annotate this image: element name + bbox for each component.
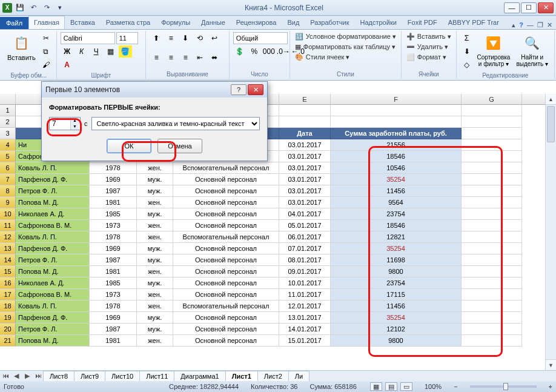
cell[interactable]: 04.01.2017 [279,208,331,220]
cell[interactable]: Основной персонал [173,312,279,324]
currency-icon[interactable]: 💲 [233,45,247,58]
cell[interactable]: 1987 [90,324,137,335]
count-spinner[interactable]: ▲▼ [49,117,81,130]
cell[interactable]: 1978 [90,162,137,174]
cell[interactable]: Коваль Л. П. [16,301,90,312]
cell[interactable] [462,266,522,277]
merge-icon[interactable]: ⬌ [208,51,221,64]
cell[interactable]: 35254 [331,312,462,324]
dialog-titlebar[interactable]: Первые 10 элементов ? ✕ [42,82,267,98]
cell[interactable]: жен. [137,197,173,208]
row-header[interactable]: 10 [0,208,16,220]
clear-icon[interactable]: ◇ [460,59,474,71]
cell[interactable]: 1978 [90,301,137,312]
cell[interactable]: 03.01.2017 [279,185,331,197]
cell[interactable]: Основной персонал [173,254,279,266]
cell[interactable]: 18546 [331,220,462,231]
conditional-formatting-button[interactable]: 🔢Условное форматирование ▾ [294,32,397,41]
vertical-scrollbar[interactable]: ▲ ▼ [545,94,556,370]
cell[interactable]: жен. [137,220,173,231]
ribbon-tab[interactable]: Foxit PDF [402,16,443,29]
cell[interactable]: 03.01.2017 [279,197,331,208]
sheet-nav-last-icon[interactable]: ⏭ [33,372,44,380]
cell[interactable]: Основной персонал [173,277,279,289]
font-size-select[interactable]: 11 [116,32,138,44]
row-header[interactable]: 15 [0,266,16,277]
sheet-nav-next-icon[interactable]: ▶ [22,372,33,380]
cell[interactable]: 1981 [90,197,137,208]
autosum-icon[interactable]: Σ [460,32,474,44]
sheet-tab[interactable]: Диаграмма1 [174,371,225,381]
ribbon-tab[interactable]: Данные [196,16,231,29]
spin-up-icon[interactable]: ▲ [70,118,79,124]
cell[interactable]: Основной персонал [173,185,279,197]
cell[interactable]: Вспомогательный персонал [173,301,279,312]
sheet-tab[interactable]: Ли [288,371,309,381]
cell[interactable] [462,151,522,162]
count-input[interactable] [50,119,70,128]
cell[interactable]: Петров Ф. Л. [16,185,90,197]
bold-button[interactable]: Ж [61,45,74,58]
cell[interactable]: муж. [137,312,173,324]
cell[interactable]: Петров Ф. Л. [16,254,90,266]
cell[interactable]: 03.01.2017 [279,174,331,185]
cell[interactable]: 23754 [331,208,462,220]
cell[interactable]: жен. [137,301,173,312]
workbook-minimize-icon[interactable]: — [527,21,534,29]
sheet-nav-prev-icon[interactable]: ◀ [11,372,22,380]
cell[interactable] [462,128,522,139]
font-color-button[interactable]: A [61,59,74,71]
cell[interactable]: муж. [137,324,173,335]
format-as-table-button[interactable]: ▦Форматировать как таблицу ▾ [294,42,397,51]
cell[interactable] [462,220,522,231]
indent-left-icon[interactable]: ⇤ [193,51,207,64]
zoom-level[interactable]: 100% [425,383,442,390]
cell[interactable]: 12821 [331,231,462,243]
undo-icon[interactable]: ↶ [28,2,39,13]
cell[interactable] [331,105,462,116]
row-header[interactable]: 12 [0,231,16,243]
cell[interactable]: Основной персонал [173,324,279,335]
cell[interactable]: 23754 [331,277,462,289]
cancel-button[interactable]: Отмена [157,139,202,153]
cell[interactable]: Николаев А. Д. [16,277,90,289]
cell[interactable]: 10546 [331,162,462,174]
cell[interactable] [462,243,522,254]
cell[interactable]: муж. [137,277,173,289]
page-layout-view-icon[interactable]: ▤ [385,382,397,391]
cell[interactable]: 1985 [90,277,137,289]
cell[interactable]: 03.01.2017 [279,151,331,162]
scroll-thumb[interactable] [547,106,555,142]
cell[interactable] [462,301,522,312]
cell[interactable] [462,277,522,289]
cell[interactable]: жен. [137,289,173,301]
row-header[interactable]: 1 [0,105,16,116]
cell[interactable]: Парфенов Д. Ф. [16,312,90,324]
row-header[interactable]: 16 [0,277,16,289]
col-header[interactable]: E [279,94,331,104]
row-header[interactable]: 21 [0,335,16,347]
minimize-ribbon-icon[interactable]: ▴ [512,21,515,29]
cell[interactable]: 11698 [331,254,462,266]
ok-button[interactable]: ОК [107,139,151,153]
scroll-down-icon[interactable]: ▼ [546,359,556,370]
sheet-tab[interactable]: Лист10 [105,371,140,381]
cell[interactable]: 9800 [331,266,462,277]
orientation-icon[interactable]: ⟲ [193,32,207,44]
cell[interactable]: Коваль Л. П. [16,231,90,243]
cell[interactable]: Сумма заработной платы, руб. [331,128,462,139]
cell[interactable]: 09.01.2017 [279,266,331,277]
sheet-tab[interactable]: Лист11 [139,371,174,381]
row-header[interactable]: 11 [0,220,16,231]
align-bottom-icon[interactable]: ⬇ [179,32,192,44]
sheet-tab[interactable]: Лист1 [225,371,258,381]
border-button[interactable]: ▦ [104,45,117,58]
cell[interactable] [462,289,522,301]
cell-styles-button[interactable]: 🎨Стили ячеек ▾ [294,53,397,62]
sheet-nav-first-icon[interactable]: ⏮ [0,372,11,380]
cell[interactable] [462,231,522,243]
cell[interactable] [279,105,331,116]
zoom-in-icon[interactable]: + [549,383,552,390]
ribbon-tab[interactable]: Надстройки [354,16,402,29]
cell[interactable]: 11456 [331,301,462,312]
